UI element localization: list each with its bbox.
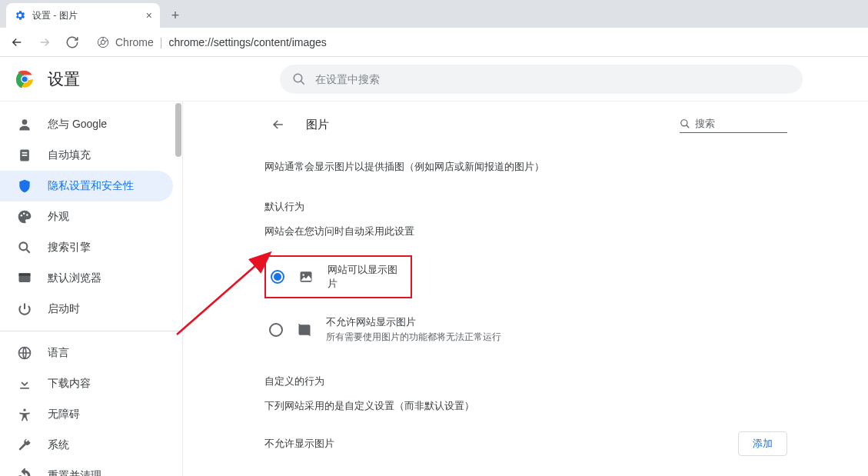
- sidebar-divider: [0, 331, 182, 331]
- block-list-title: 不允许显示图片: [264, 437, 334, 451]
- browser-tab[interactable]: 设置 - 图片 ×: [6, 3, 160, 28]
- scrollbar-thumb[interactable]: [175, 103, 181, 157]
- sidebar-item-startup[interactable]: 启动时: [0, 294, 173, 325]
- inline-search[interactable]: 搜索: [680, 117, 787, 133]
- sidebar-item-language[interactable]: 语言: [0, 338, 173, 368]
- svg-rect-9: [22, 155, 28, 156]
- custom-behavior-title: 自定义的行为: [264, 374, 787, 388]
- option-block-label: 不允许网站显示图片: [326, 315, 501, 329]
- url-separator: |: [160, 36, 163, 48]
- sidebar-item-default-browser[interactable]: 默认浏览器: [0, 263, 173, 294]
- sidebar-item-search-engine[interactable]: 搜索引擎: [0, 232, 173, 263]
- content-description: 网站通常会显示图片以提供插图（例如网店或新闻报道的图片）: [264, 160, 787, 174]
- search-icon: [292, 72, 306, 86]
- sidebar-item-accessibility[interactable]: 无障碍: [0, 399, 173, 430]
- settings-search-input[interactable]: [315, 73, 790, 85]
- content-title: 图片: [306, 118, 666, 132]
- shield-icon: [17, 178, 32, 194]
- search-icon: [17, 240, 32, 255]
- url-path: chrome://settings/content/images: [168, 36, 326, 48]
- accessibility-icon: [17, 407, 32, 422]
- option-block-sublabel: 所有需要使用图片的功能都将无法正常运行: [326, 331, 501, 344]
- sidebar-item-downloads[interactable]: 下载内容: [0, 368, 173, 399]
- image-icon: [298, 269, 314, 285]
- sidebar-item-label: 自动填充: [48, 148, 91, 162]
- new-tab-button[interactable]: +: [165, 5, 186, 26]
- settings-header: 设置: [0, 57, 868, 102]
- svg-point-6: [22, 119, 28, 125]
- sidebar-item-reset[interactable]: 重置并清理: [0, 461, 173, 476]
- address-bar: Chrome | chrome://settings/content/image…: [0, 28, 868, 57]
- radio-button-checked[interactable]: [271, 270, 284, 284]
- sidebar-item-privacy-security[interactable]: 隐私设置和安全性: [0, 171, 173, 201]
- sidebar-item-appearance[interactable]: 外观: [0, 201, 173, 232]
- sidebar-item-label: 您与 Google: [48, 118, 107, 131]
- sidebar-item-label: 默认浏览器: [48, 271, 101, 285]
- sidebar-item-system[interactable]: 系统: [0, 430, 173, 461]
- sidebar-item-autofill[interactable]: 自动填充: [0, 140, 173, 171]
- sidebar-item-label: 启动时: [48, 302, 80, 316]
- settings-search[interactable]: [280, 65, 803, 94]
- default-behavior-title: 默认行为: [264, 200, 787, 214]
- inline-search-label: 搜索: [695, 117, 715, 131]
- svg-point-4: [22, 75, 28, 82]
- option-block-images[interactable]: 不允许网站显示图片 所有需要使用图片的功能都将无法正常运行: [264, 308, 787, 351]
- sidebar-item-label: 下载内容: [48, 377, 91, 391]
- svg-rect-8: [22, 152, 28, 154]
- svg-point-10: [21, 215, 23, 217]
- page-title: 设置: [48, 68, 80, 90]
- svg-rect-15: [19, 273, 31, 275]
- sidebar-item-label: 外观: [48, 210, 69, 224]
- autofill-icon: [17, 148, 32, 163]
- svg-point-11: [23, 213, 25, 215]
- svg-point-12: [26, 214, 28, 216]
- palette-icon: [17, 209, 32, 225]
- forward-button[interactable]: [35, 33, 54, 52]
- download-icon: [17, 376, 32, 391]
- sidebar-item-label: 系统: [48, 438, 69, 452]
- power-icon: [17, 301, 32, 317]
- url-chrome-label: Chrome: [115, 36, 154, 48]
- chrome-logo-icon: [15, 70, 34, 88]
- svg-point-13: [19, 242, 27, 250]
- settings-content: 图片 搜索 网站通常会显示图片以提供插图（例如网店或新闻报道的图片） 默认行为 …: [183, 57, 868, 476]
- add-button[interactable]: 添加: [738, 431, 787, 456]
- wrench-icon: [17, 438, 32, 453]
- sidebar-item-label: 语言: [48, 346, 69, 360]
- svg-point-18: [23, 409, 25, 411]
- svg-point-5: [294, 74, 302, 82]
- svg-point-19: [680, 119, 687, 125]
- reload-button[interactable]: [63, 33, 81, 52]
- close-icon[interactable]: ×: [146, 9, 152, 22]
- gear-icon: [14, 9, 26, 22]
- radio-button-unchecked[interactable]: [269, 323, 283, 337]
- option-allow-images[interactable]: 网站可以显示图片: [264, 255, 412, 298]
- custom-behavior-sub: 下列网站采用的是自定义设置（而非默认设置）: [264, 399, 787, 413]
- browser-icon: [17, 271, 32, 286]
- back-button[interactable]: [8, 33, 26, 52]
- sidebar-item-label: 无障碍: [48, 408, 80, 421]
- empty-list-text: 未添加任何网站: [264, 456, 787, 476]
- back-button[interactable]: [264, 111, 292, 138]
- sidebar-item-label: 重置并清理: [48, 469, 101, 476]
- search-icon: [680, 118, 690, 129]
- svg-point-1: [101, 40, 105, 44]
- sidebar-item-label: 搜索引擎: [48, 241, 91, 255]
- reset-icon: [17, 468, 32, 476]
- image-off-icon: [297, 322, 312, 338]
- browser-tab-strip: 设置 - 图片 × +: [0, 0, 868, 28]
- tab-title: 设置 - 图片: [32, 9, 78, 22]
- svg-point-21: [302, 274, 304, 276]
- default-behavior-sub: 网站会在您访问时自动采用此设置: [264, 225, 787, 238]
- svg-rect-17: [20, 388, 29, 389]
- sidebar-item-label: 隐私设置和安全性: [48, 179, 134, 193]
- url-field[interactable]: Chrome | chrome://settings/content/image…: [91, 33, 860, 52]
- person-icon: [17, 117, 32, 132]
- globe-icon: [17, 345, 32, 361]
- option-allow-label: 网站可以显示图片: [328, 263, 406, 291]
- chrome-badge-icon: [97, 36, 109, 48]
- sidebar-item-you-and-google[interactable]: 您与 Google: [0, 109, 173, 140]
- settings-sidebar: 您与 Google 自动填充 隐私设置和安全性 外观 搜索引擎 默认浏览器 启动…: [0, 57, 183, 476]
